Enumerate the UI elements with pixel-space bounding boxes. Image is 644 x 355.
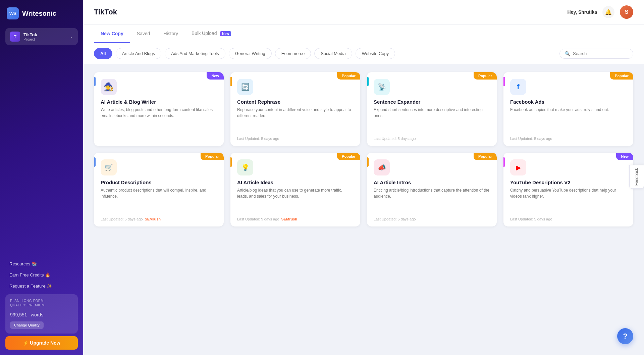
- bookmark-icon: [230, 77, 232, 86]
- card-content-rephrase[interactable]: Popular 🔄 Content Rephrase Rephrase your…: [230, 72, 360, 146]
- bookmark-icon: [367, 157, 369, 167]
- card-ai-article-ideas[interactable]: Popular 💡 AI Article Ideas Article/blog …: [230, 153, 360, 226]
- card-icon: 🛒: [101, 159, 117, 175]
- tab-saved[interactable]: Saved: [130, 25, 157, 43]
- card-sentence-expander[interactable]: Popular 📡 Sentence Expander Expand short…: [367, 72, 497, 146]
- filter-bar: All Article And Blogs Ads And Marketing …: [83, 43, 644, 64]
- card-icon: 🔄: [237, 79, 253, 95]
- bookmark-icon: [503, 77, 505, 86]
- card-title: AI Article Intros: [374, 180, 490, 185]
- search-input[interactable]: [573, 51, 627, 56]
- card-desc: Rephrase your content in a different voi…: [237, 107, 354, 133]
- card-badge-popular: Popular: [610, 72, 633, 80]
- tabs-bar: New Copy Saved History Bulk Upload New: [83, 24, 644, 43]
- card-badge-popular: Popular: [337, 72, 360, 80]
- project-avatar: T: [10, 32, 20, 42]
- filter-social-media[interactable]: Social Media: [314, 48, 352, 59]
- filter-ads-marketing[interactable]: Ads And Marketing Tools: [165, 48, 225, 59]
- card-desc: Enticing article/blog introductions that…: [374, 187, 490, 213]
- notifications-button[interactable]: 🔔: [602, 6, 614, 18]
- chevron-down-icon: ⌄: [70, 34, 73, 39]
- change-quality-button[interactable]: Change Quality: [10, 321, 44, 329]
- sidebar-item-earn-credits[interactable]: Earn Free Credits 🔥: [5, 269, 78, 281]
- logo-name: Writesonic: [22, 10, 56, 17]
- main-area: TikTok Hey, Shrutika 🔔 S New Copy Saved …: [83, 0, 644, 355]
- card-youtube-descriptions-v2[interactable]: New ▶ YouTube Descriptions V2 Catchy and…: [503, 153, 633, 226]
- bookmark-icon: [230, 157, 232, 167]
- tab-new-copy[interactable]: New Copy: [94, 25, 130, 43]
- upgrade-now-button[interactable]: ⚡ Upgrade Now: [5, 336, 78, 350]
- card-ai-article-blog-writer[interactable]: New 🧙 AI Article & Blog Writer Write art…: [94, 72, 224, 146]
- project-sub: Project: [23, 37, 37, 41]
- card-footer: Last Updated: 5 days ago: [374, 137, 490, 141]
- help-button[interactable]: ?: [617, 328, 633, 344]
- card-badge-popular: Popular: [201, 153, 224, 160]
- card-icon: 💡: [237, 159, 253, 175]
- card-desc: Write articles, blog posts and other lon…: [101, 107, 217, 137]
- plan-quality-label: QUALITY: PREMIUM: [10, 303, 73, 307]
- search-icon: 🔍: [565, 51, 570, 56]
- project-name: TikTok: [23, 32, 37, 37]
- tab-bulk-upload[interactable]: Bulk Upload New: [185, 24, 238, 43]
- card-desc: Catchy and persuasive YouTube descriptio…: [510, 187, 627, 213]
- card-title: Content Rephrase: [237, 99, 354, 105]
- semrush-badge: SEMrush: [281, 217, 297, 221]
- project-selector[interactable]: T TikTok Project ⌄: [5, 28, 78, 45]
- bookmark-icon: [367, 77, 369, 86]
- tab-history[interactable]: History: [157, 25, 185, 43]
- plan-label: PLAN: LONG-FORM: [10, 299, 73, 303]
- card-badge-popular: Popular: [337, 153, 360, 160]
- sidebar-item-request-feature[interactable]: Request a Feature ✨: [5, 281, 78, 292]
- filter-website-copy[interactable]: Website Copy: [356, 48, 395, 59]
- card-icon: 🧙: [101, 79, 117, 95]
- greeting-name: Shrutika: [578, 9, 597, 15]
- card-footer: Last Updated: 5 days ago: [510, 137, 627, 141]
- bookmark-icon: [503, 157, 505, 167]
- topbar: TikTok Hey, Shrutika 🔔 S: [83, 0, 644, 24]
- logo-area: WS Writesonic: [0, 0, 83, 26]
- card-facebook-ads[interactable]: Popular f Facebook Ads Facebook ad copie…: [503, 72, 633, 146]
- card-footer: Last Updated: 5 days ago: [510, 217, 627, 221]
- card-footer: Last Updated: 9 days ago SEMrush: [237, 217, 354, 221]
- filter-article-blogs[interactable]: Article And Blogs: [116, 48, 161, 59]
- sidebar-bottom: Resources 📚 Earn Free Credits 🔥 Request …: [0, 253, 83, 355]
- card-badge-popular: Popular: [474, 153, 497, 160]
- card-title: AI Article Ideas: [237, 180, 354, 185]
- card-title: AI Article & Blog Writer: [101, 99, 217, 105]
- sidebar: WS Writesonic T TikTok Project ⌄ Resourc…: [0, 0, 83, 355]
- page-title: TikTok: [94, 8, 117, 16]
- plan-box: PLAN: LONG-FORM QUALITY: PREMIUM 999,551…: [5, 294, 78, 334]
- card-badge-new: New: [616, 153, 633, 160]
- card-desc: Article/blog ideas that you can use to g…: [237, 187, 354, 213]
- card-title: YouTube Descriptions V2: [510, 180, 627, 185]
- card-badge-popular: Popular: [474, 72, 497, 80]
- card-title: Product Descriptions: [101, 180, 217, 185]
- card-icon: 📡: [374, 79, 390, 95]
- filter-ecommerce[interactable]: Ecommerce: [275, 48, 311, 59]
- card-desc: Authentic product descriptions that will…: [101, 187, 217, 213]
- user-avatar: S: [620, 5, 633, 19]
- card-badge-new: New: [207, 72, 224, 80]
- bookmark-icon: [94, 157, 96, 167]
- cards-area: New 🧙 AI Article & Blog Writer Write art…: [83, 64, 644, 355]
- feedback-button[interactable]: Feedback: [629, 165, 644, 189]
- search-box: 🔍: [559, 49, 633, 59]
- logo-icon: WS: [7, 7, 19, 19]
- card-desc: Facebook ad copies that make your ads tr…: [510, 107, 627, 133]
- card-icon: ▶: [510, 159, 526, 175]
- filter-general-writing[interactable]: General Writing: [229, 48, 272, 59]
- semrush-badge: SEMrush: [145, 217, 161, 221]
- card-footer: Last Updated: 5 days ago: [237, 137, 354, 141]
- card-product-descriptions[interactable]: Popular 🛒 Product Descriptions Authentic…: [94, 153, 224, 226]
- cards-grid: New 🧙 AI Article & Blog Writer Write art…: [94, 72, 633, 226]
- card-ai-article-intros[interactable]: Popular 📣 AI Article Intros Enticing art…: [367, 153, 497, 226]
- bookmark-icon: [94, 77, 96, 86]
- card-icon: 📣: [374, 159, 390, 175]
- card-footer: Last Updated: 5 days ago SEMrush: [101, 217, 217, 221]
- card-title: Facebook Ads: [510, 99, 627, 105]
- greeting-text: Hey, Shrutika: [568, 9, 597, 15]
- card-desc: Expand short sentences into more descrip…: [374, 107, 490, 133]
- filter-all[interactable]: All: [94, 48, 112, 59]
- card-icon: f: [510, 79, 526, 95]
- sidebar-item-resources[interactable]: Resources 📚: [5, 258, 78, 269]
